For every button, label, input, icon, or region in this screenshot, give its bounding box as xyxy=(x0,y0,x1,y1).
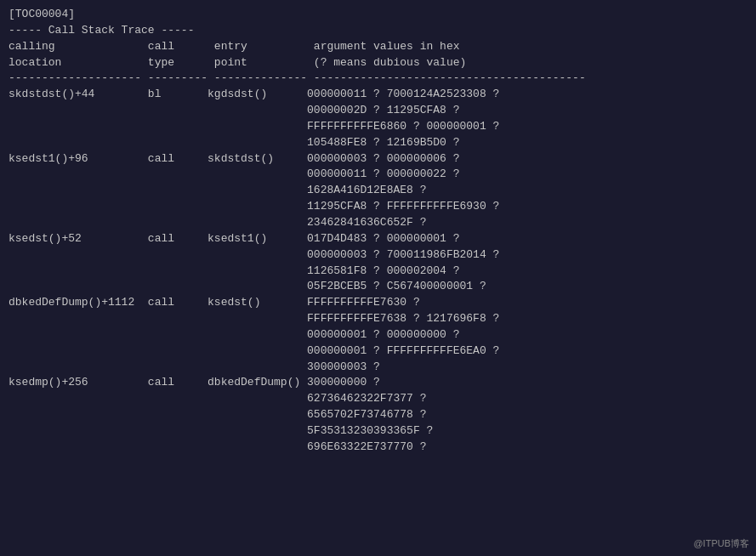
terminal-content: [TOC00004] ----- Call Stack Trace ----- … xyxy=(9,7,747,456)
terminal-window: [TOC00004] ----- Call Stack Trace ----- … xyxy=(0,0,756,556)
watermark: @ITPUB博客 xyxy=(693,537,749,551)
